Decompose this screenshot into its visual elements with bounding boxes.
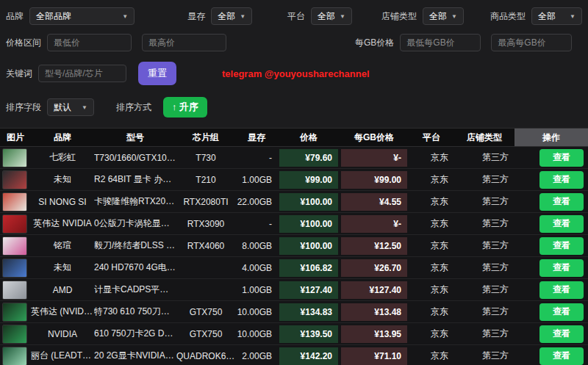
- header-chipset: 芯片组: [176, 131, 235, 144]
- per-gb-price-value: ¥-: [341, 215, 407, 233]
- view-button[interactable]: 查看: [539, 193, 584, 211]
- table-header: 图片 品牌 型号 芯片组 显存 价格 每GB价格 平台 店铺类型 操作: [0, 128, 588, 147]
- brand-filter-label: 品牌: [6, 10, 24, 23]
- cell-price: ¥134.83: [278, 303, 340, 321]
- max-per-gb-input[interactable]: [491, 34, 572, 51]
- cell-per-gb-price: ¥71.10: [340, 347, 409, 365]
- cell-action: 查看: [514, 193, 588, 211]
- cell-per-gb-price: ¥127.40: [340, 281, 409, 299]
- product-thumbnail: [2, 259, 27, 278]
- cell-per-gb-price: ¥26.70: [340, 259, 409, 277]
- cell-chipset: T210: [176, 175, 235, 185]
- price-value: ¥134.83: [279, 303, 338, 321]
- cell-model: 240 HD7670 4G电脑游: [94, 261, 176, 274]
- vram-filter-label: 显存: [187, 10, 205, 23]
- view-button[interactable]: 查看: [539, 281, 584, 299]
- cell-platform: 京东: [409, 328, 454, 340]
- store-type-select[interactable]: 全部 ▼: [423, 7, 464, 25]
- table-row: 未知240 HD7670 4G电脑游4.00GB¥106.82¥26.70京东第…: [0, 257, 588, 279]
- view-button[interactable]: 查看: [539, 303, 584, 321]
- keyword-input[interactable]: [38, 65, 126, 82]
- cell-platform: 京东: [409, 217, 454, 230]
- cell-per-gb-price: ¥99.00: [340, 171, 409, 189]
- cell-action: 查看: [514, 171, 588, 189]
- table-row: 七彩虹T730/1660/GTX1060/6T730-¥79.60¥-京东第三方…: [0, 147, 588, 169]
- cell-platform: 京东: [409, 350, 454, 362]
- cell-store-type: 第三方: [454, 151, 514, 164]
- cell-platform: 京东: [409, 151, 454, 164]
- cell-chipset: QUADROK600: [176, 351, 235, 361]
- cell-per-gb-price: ¥4.55: [340, 193, 409, 211]
- cell-action: 查看: [514, 259, 588, 277]
- cell-platform: 京东: [409, 283, 454, 296]
- header-vram: 显存: [235, 131, 278, 144]
- cell-brand: 未知: [31, 261, 94, 274]
- header-brand: 品牌: [31, 131, 94, 144]
- cell-store-type: 第三方: [454, 350, 514, 362]
- cell-platform: 京东: [409, 195, 454, 208]
- platform-filter-label: 平台: [287, 10, 305, 23]
- per-gb-price-value: ¥71.10: [341, 347, 407, 365]
- chevron-down-icon: ▼: [122, 13, 128, 20]
- cell-chipset: GTX750: [176, 307, 235, 317]
- min-price-input[interactable]: [47, 34, 132, 51]
- reset-button[interactable]: 重置: [138, 62, 176, 85]
- product-thumbnail: [2, 192, 27, 212]
- table-row: 铭瑄毅刀/终结者DLSS 3 独RTX40608.00GB¥100.00¥12.…: [0, 235, 588, 257]
- cell-per-gb-price: ¥13.95: [340, 325, 409, 343]
- cell-brand: 丽台 (LEADTEK): [31, 350, 94, 362]
- price-range-label: 价格区间: [6, 37, 41, 49]
- cell-vram: 8.00GB: [235, 241, 278, 251]
- view-button[interactable]: 查看: [539, 215, 584, 233]
- cell-vram: -: [235, 219, 278, 229]
- per-gb-price-value: ¥13.95: [341, 325, 407, 343]
- view-button[interactable]: 查看: [539, 259, 584, 277]
- cell-store-type: 第三方: [454, 195, 514, 208]
- cell-store-type: 第三方: [454, 306, 514, 318]
- cell-brand: 铭瑄: [31, 239, 94, 252]
- cell-model: 毅刀/终结者DLSS 3 独: [94, 239, 176, 252]
- view-button[interactable]: 查看: [539, 237, 584, 255]
- platform-select[interactable]: 全部 ▼: [311, 7, 352, 25]
- cell-platform: 京东: [409, 261, 454, 274]
- cell-price: ¥106.82: [278, 259, 340, 277]
- cell-brand: 未知: [31, 173, 94, 186]
- vram-select-value: 全部: [218, 10, 235, 23]
- price-value: ¥100.00: [279, 193, 338, 211]
- product-thumbnail: [2, 347, 27, 365]
- view-button[interactable]: 查看: [539, 149, 584, 167]
- filter-row-3: 关键词 重置 telegram @youyousharechannel: [6, 62, 582, 85]
- cell-model: R2 64BIT 显卡 办公显卡: [94, 173, 176, 186]
- cell-store-type: 第三方: [454, 239, 514, 252]
- cell-image: [0, 170, 31, 189]
- cell-model: 计显卡CADPS平面绘图: [94, 283, 176, 296]
- product-type-select[interactable]: 全部 ▼: [531, 7, 582, 25]
- min-per-gb-input[interactable]: [400, 34, 481, 51]
- view-button[interactable]: 查看: [539, 347, 584, 365]
- store-type-select-value: 全部: [429, 10, 447, 23]
- max-price-input[interactable]: [142, 34, 226, 51]
- cell-action: 查看: [514, 303, 588, 321]
- cell-vram: 2.00GB: [235, 351, 278, 361]
- cell-brand: 英伟达 (NVIDIA): [31, 306, 94, 318]
- cell-store-type: 第三方: [454, 261, 514, 274]
- price-value: ¥79.60: [279, 149, 338, 167]
- vram-select[interactable]: 全部 ▼: [211, 7, 252, 25]
- view-button[interactable]: 查看: [539, 171, 584, 189]
- sort-ascending-button[interactable]: ↑ 升序: [163, 97, 207, 118]
- product-thumbnail: [2, 303, 27, 322]
- cell-model: 20 2G显卡NVIDIA图形: [94, 350, 176, 362]
- header-price: 价格: [278, 131, 340, 144]
- cell-chipset: RTX3090: [176, 219, 235, 229]
- product-type-filter-label: 商品类型: [490, 10, 526, 23]
- filter-row-1: 品牌 全部品牌 ▼ 显存 全部 ▼ 平台 全部 ▼ 店铺类型 全部 ▼ 商品类型…: [6, 7, 582, 25]
- cell-chipset: RTX4060: [176, 241, 235, 251]
- cell-action: 查看: [514, 325, 588, 343]
- cell-brand: SI NONG SI: [31, 197, 94, 207]
- sort-field-select[interactable]: 默认 ▼: [47, 98, 94, 116]
- cell-vram: -: [235, 153, 278, 163]
- price-value: ¥139.50: [279, 325, 338, 343]
- view-button[interactable]: 查看: [539, 325, 584, 343]
- brand-select[interactable]: 全部品牌 ▼: [29, 7, 135, 25]
- chevron-down-icon: ▼: [240, 13, 245, 20]
